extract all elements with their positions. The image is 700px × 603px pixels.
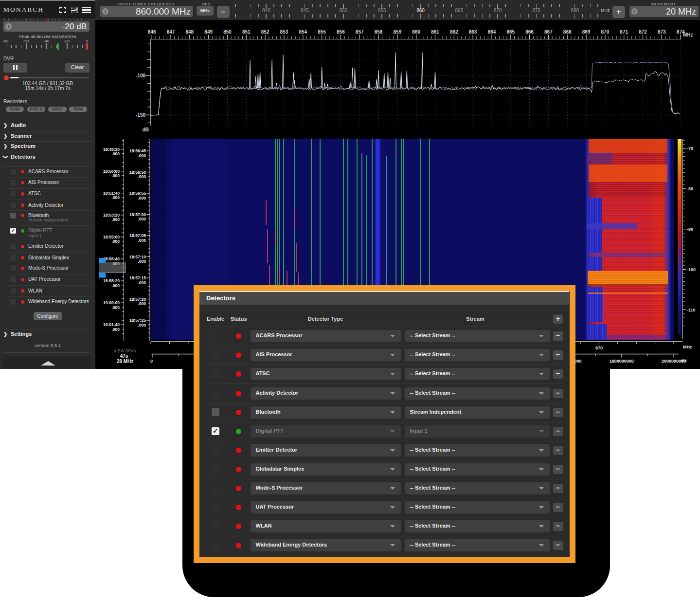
svg-text:.000: .000 (111, 217, 120, 222)
svg-text:Hz: Hz (682, 358, 687, 363)
svg-text:.000: .000 (138, 323, 146, 328)
svg-text:18:57:25: 18:57:25 (129, 318, 146, 323)
svg-text:847: 847 (167, 29, 175, 35)
svg-text:-80: -80 (687, 186, 693, 191)
svg-text:862: 862 (450, 29, 458, 35)
svg-text:859: 859 (394, 29, 402, 35)
svg-text:.000: .000 (138, 174, 146, 179)
svg-text:VIEW SPAN: VIEW SPAN (114, 348, 137, 353)
svg-text:18:57:10: 18:57:10 (129, 255, 146, 259)
svg-text:-90: -90 (687, 227, 693, 232)
svg-text:.000: .000 (138, 238, 146, 243)
svg-text:.000: .000 (111, 195, 120, 200)
svg-text:860: 860 (412, 29, 420, 35)
svg-text:18:58:20: 18:58:20 (103, 278, 120, 283)
svg-text:MHz: MHz (683, 345, 692, 349)
svg-text:865: 865 (506, 29, 515, 35)
svg-text:870: 870 (601, 29, 610, 35)
svg-text:846: 846 (148, 29, 156, 35)
svg-text:848: 848 (185, 29, 194, 35)
svg-text:857: 857 (356, 29, 364, 35)
svg-text:1800000000: 1800000000 (610, 359, 634, 364)
svg-text:851: 851 (242, 29, 251, 35)
svg-text:870: 870 (595, 346, 603, 350)
svg-text:18:55:00: 18:55:00 (103, 235, 120, 239)
svg-text:866: 866 (525, 29, 534, 35)
svg-text:47s: 47s (120, 353, 128, 359)
svg-text:-150: -150 (136, 112, 145, 118)
svg-text:MHz: MHz (683, 32, 693, 37)
svg-text:872: 872 (639, 29, 647, 35)
svg-text:19:01:40: 19:01:40 (103, 322, 120, 327)
svg-text:-100: -100 (136, 73, 145, 78)
svg-text:dB: dB (143, 127, 149, 132)
svg-text:869: 869 (582, 29, 591, 35)
svg-text:-100: -100 (687, 267, 696, 272)
svg-text:28 MHz: 28 MHz (117, 359, 133, 364)
svg-text:854: 854 (299, 29, 307, 35)
svg-text:.000: .000 (111, 283, 120, 288)
svg-text:.000: .000 (138, 259, 146, 264)
svg-text:18:57:15: 18:57:15 (129, 275, 146, 280)
svg-text:868: 868 (563, 29, 572, 35)
svg-text:19:00:00: 19:00:00 (103, 300, 120, 305)
svg-text:864: 864 (488, 29, 496, 35)
svg-text:861: 861 (431, 29, 439, 35)
svg-text:-70: -70 (687, 146, 693, 151)
svg-text:.000: .000 (138, 153, 146, 158)
svg-text:863: 863 (469, 29, 477, 35)
svg-text:858: 858 (375, 29, 383, 35)
svg-text:.000: .000 (138, 217, 146, 221)
svg-text:853: 853 (280, 29, 288, 35)
svg-text:18:57:20: 18:57:20 (129, 297, 146, 302)
svg-text:.000: .000 (111, 173, 120, 178)
svg-text:850: 850 (223, 29, 232, 35)
svg-text:18:56:55: 18:56:55 (129, 191, 146, 196)
svg-text:856: 856 (337, 29, 345, 35)
svg-text:18:53:20: 18:53:20 (103, 213, 120, 218)
svg-text:873: 873 (658, 29, 666, 35)
svg-text:849: 849 (204, 29, 213, 35)
svg-text:.000: .000 (111, 327, 120, 332)
svg-text:867: 867 (544, 29, 553, 35)
svg-text:18:50:00: 18:50:00 (103, 169, 120, 174)
svg-text:18:57:00: 18:57:00 (129, 212, 146, 217)
svg-text:18:56:50: 18:56:50 (129, 170, 146, 175)
svg-text:18:56:45: 18:56:45 (129, 148, 146, 153)
svg-text:.000: .000 (111, 151, 120, 156)
svg-text:18:57:05: 18:57:05 (129, 233, 146, 238)
svg-text:.000: .000 (111, 239, 120, 244)
svg-text:855: 855 (318, 29, 326, 35)
svg-text:871: 871 (620, 29, 628, 35)
svg-text:18:51:40: 18:51:40 (103, 191, 120, 196)
svg-text:.000: .000 (138, 280, 146, 285)
svg-text:-110: -110 (687, 308, 696, 312)
svg-text:.000: .000 (138, 196, 146, 201)
svg-text:18:48:20: 18:48:20 (103, 147, 120, 152)
svg-text:.000: .000 (111, 305, 120, 310)
svg-text:0: 0 (150, 359, 153, 364)
svg-text:.000: .000 (138, 301, 146, 306)
svg-text:852: 852 (261, 29, 269, 35)
